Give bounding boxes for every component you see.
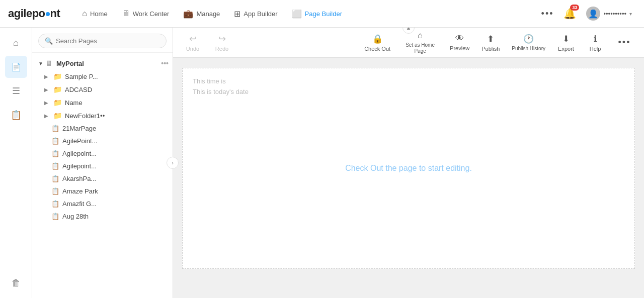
sidebar-collapse-button[interactable]: › (167, 157, 179, 169)
canvas-line1: This time is (193, 76, 624, 87)
trash-icon: 🗑 (12, 278, 21, 288)
tree-folder-newfolder1[interactable]: ▶ 📁 NewFolder1•• (32, 109, 173, 122)
nav-app-builder-label: App Builder (244, 10, 277, 18)
tree-page-agilepoint2[interactable]: 📋 Agilepoint... (32, 147, 173, 160)
monitor-icon: 🖥 (122, 9, 130, 18)
folder-icon: 📁 (53, 85, 62, 93)
help-button[interactable]: ℹ Help (582, 31, 609, 55)
sidebar-pages-icon: 📄 (11, 62, 21, 72)
nav-item-app-builder[interactable]: ⊞ App Builder (228, 6, 283, 22)
chevron-down-icon: ▾ (629, 11, 632, 17)
grid-icon: ⊞ (234, 9, 240, 19)
help-label: Help (590, 46, 601, 52)
undo-label: Undo (186, 46, 199, 52)
help-icon: ℹ (594, 34, 597, 44)
checkout-button[interactable]: 🔒 Check Out (359, 31, 395, 55)
folder-icon: 📁 (53, 98, 62, 107)
tree-page-amazfit-g[interactable]: 📋 Amazfit G... (32, 197, 173, 210)
search-box[interactable]: 🔍 (38, 34, 167, 48)
search-input[interactable] (56, 37, 160, 45)
nav-item-page-builder[interactable]: ⬜ Page Builder (286, 6, 348, 22)
page-icon: 📋 (51, 162, 59, 170)
set-home-label: Set as Home Page (403, 42, 438, 54)
canvas-placeholder: This time is This is today's date (193, 76, 624, 97)
nav-item-manage[interactable]: 💼 Manage (177, 6, 226, 22)
nav-more-button[interactable]: ••• (537, 6, 558, 22)
tree-page-21marpage[interactable]: 📋 21MarPage (32, 122, 173, 135)
preview-label: Preview (450, 45, 469, 51)
logo-text: agilepont (8, 7, 60, 20)
home-page-icon: ⌂ (418, 31, 423, 41)
page-icon: 📋 (51, 213, 59, 220)
tree-page-akarshpa[interactable]: 📋 AkarshPa... (32, 172, 173, 185)
publish-label: Publish (481, 46, 500, 52)
sidebar-item-doc[interactable]: 📋 (5, 104, 27, 126)
canvas-area: This time is This is today's date Check … (173, 58, 644, 298)
home-nav-icon: ⌂ (82, 9, 87, 18)
redo-label: Redo (215, 46, 228, 52)
nav-work-center-label: Work Center (133, 10, 170, 18)
page-builder-icon: ⬜ (292, 9, 302, 19)
nav-home-label: Home (90, 10, 108, 18)
user-name: •••••••••• (603, 10, 626, 18)
main-layout: ⌂ 📄 ☰ 📋 🗑 🔍 ▼ 🖥 MyPortal (0, 28, 644, 298)
tree-page-agilepoint3[interactable]: 📋 Agilepoint... (32, 160, 173, 172)
nav-links: ⌂ Home 🖥 Work Center 💼 Manage ⊞ App Buil… (76, 6, 537, 22)
checkout-label: Check Out (364, 46, 390, 52)
export-button[interactable]: ⬇ Export (552, 31, 580, 55)
checkout-prompt: Check Out the page to start editing. (345, 164, 472, 173)
export-icon: ⬇ (562, 34, 570, 44)
undo-button[interactable]: ↩ Undo (179, 30, 206, 55)
publish-icon: ⬆ (487, 34, 494, 44)
preview-button[interactable]: 👁 Preview (445, 31, 474, 54)
chevron-right-icon: ▶ (44, 74, 51, 79)
notification-button[interactable]: 🔔 33 (564, 8, 576, 20)
redo-icon: ↪ (218, 33, 226, 44)
tree-page-aug-28th[interactable]: 📋 Aug 28th (32, 210, 173, 223)
tree-folder-sample-p[interactable]: ▶ 📁 Sample P... (32, 70, 173, 83)
nav-right: ••• 🔔 33 👤 •••••••••• ▾ (537, 5, 636, 23)
main-content: ▲ ↩ Undo ↪ Redo 🔒 Check Out ⌂ Set as Hom… (173, 28, 644, 298)
sidebar-item-trash[interactable]: 🗑 (5, 272, 27, 294)
tree-page-agilepoint1[interactable]: 📋 AgilePoint... (32, 135, 173, 147)
nav-item-work-center[interactable]: 🖥 Work Center (116, 6, 176, 21)
publish-button[interactable]: ⬆ Publish (476, 31, 505, 55)
page-icon: 📋 (51, 125, 59, 132)
sidebar-home-icon: ⌂ (13, 38, 19, 48)
nav-item-home[interactable]: ⌂ Home (76, 6, 113, 21)
icon-sidebar: ⌂ 📄 ☰ 📋 🗑 (0, 28, 32, 298)
nav-manage-label: Manage (196, 10, 220, 18)
search-icon: 🔍 (45, 37, 53, 45)
page-icon: 📋 (51, 187, 59, 195)
logo: agilepont (8, 7, 60, 20)
sidebar-item-home[interactable]: ⌂ (5, 32, 27, 54)
tree-page-amaze-park[interactable]: 📋 Amaze Park (32, 185, 173, 197)
nav-page-builder-label: Page Builder (305, 10, 342, 18)
sidebar-item-pages[interactable]: 📄 (5, 56, 27, 78)
root-label: MyPortal (56, 60, 157, 67)
tree-folder-name[interactable]: ▶ 📁 Name ••• (32, 96, 173, 109)
notification-badge: 33 (570, 5, 579, 11)
toolbar-more-icon: ••• (618, 37, 631, 48)
page-canvas: This time is This is today's date Check … (182, 68, 635, 269)
export-label: Export (558, 46, 574, 52)
publish-history-button[interactable]: 🕐 Publish History (507, 31, 550, 55)
pages-sidebar: 🔍 ▼ 🖥 MyPortal ••• ▶ 📁 Sample P... ▶ 📁 (32, 28, 173, 298)
canvas-line2: This is today's date (193, 87, 624, 97)
sidebar-item-list[interactable]: ☰ (5, 80, 27, 102)
pages-tree: ▼ 🖥 MyPortal ••• ▶ 📁 Sample P... ▶ 📁 ADC… (32, 53, 173, 298)
toolbar-more-button[interactable]: ••• (611, 34, 638, 51)
page-icon: 📋 (51, 150, 59, 157)
redo-button[interactable]: ↪ Redo (208, 30, 235, 55)
root-more-icon[interactable]: ••• (161, 59, 169, 67)
tree-folder-adcasd[interactable]: ▶ 📁 ADCASD ••• (32, 83, 173, 96)
chevron-right-icon: ▶ (44, 100, 51, 106)
page-icon: 📋 (51, 200, 59, 208)
tree-root[interactable]: ▼ 🖥 MyPortal ••• (32, 57, 173, 70)
history-icon: 🕐 (523, 34, 534, 44)
publish-history-label: Publish History (512, 46, 545, 52)
sidebar-doc-icon: 📋 (11, 110, 22, 121)
chevron-right-icon: ▶ (44, 87, 51, 92)
user-menu[interactable]: 👤 •••••••••• ▾ (582, 5, 636, 23)
root-folder-icon: 🖥 (45, 59, 52, 67)
